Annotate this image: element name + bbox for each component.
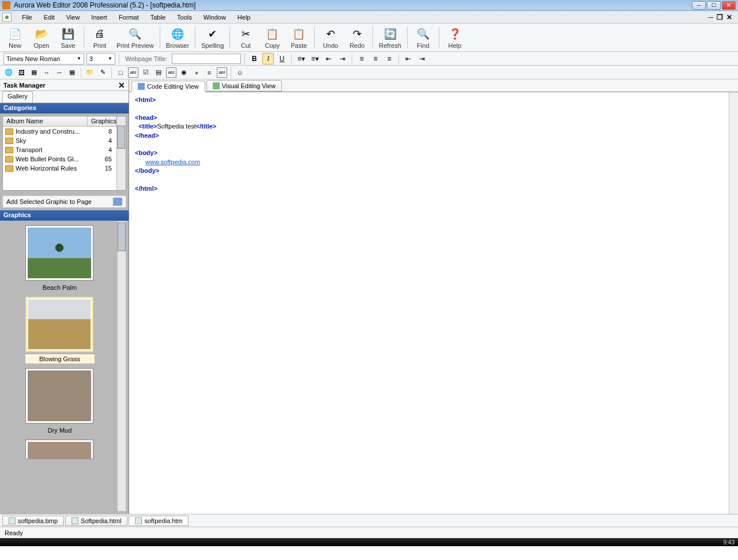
print-preview-icon: 🔍	[127, 27, 142, 41]
category-row[interactable]: Industry and Constru...8	[3, 127, 116, 136]
refresh-button[interactable]: 🔄Refresh	[376, 24, 404, 51]
minimize-button[interactable]: ─	[692, 1, 706, 10]
category-row[interactable]: Sky4	[3, 136, 116, 145]
graphic-item[interactable]: Beach Palm	[25, 225, 95, 292]
title-label: Webpage Title:	[125, 55, 167, 62]
col-graphics[interactable]: Graphics	[88, 116, 116, 126]
align-center-button[interactable]: ≡	[370, 53, 381, 65]
radio-icon[interactable]: ◉	[179, 67, 189, 78]
font-combo[interactable]: Times New Roman▼	[3, 53, 84, 65]
doc-tab[interactable]: softpedia.bmp	[2, 516, 64, 526]
copy-button[interactable]: 📋Copy	[259, 24, 285, 51]
menu-help[interactable]: Help	[232, 11, 257, 24]
align-right-button[interactable]: ≡	[383, 53, 395, 65]
format-bar: Times New Roman▼ 3▼ Webpage Title: B I U…	[0, 52, 738, 66]
smiley-icon[interactable]: ☺	[235, 67, 245, 78]
table-icon[interactable]: ▦	[29, 67, 39, 78]
graphic-item[interactable]	[25, 440, 95, 459]
square-icon[interactable]: □	[115, 67, 126, 78]
globe-icon[interactable]: 🌐	[3, 67, 14, 78]
find-button[interactable]: 🔍Find	[411, 24, 436, 51]
outdent-button[interactable]: ⇤	[323, 53, 334, 65]
paste-button[interactable]: 📋Paste	[286, 24, 311, 51]
grid-icon[interactable]: ▦	[67, 67, 77, 78]
mdi-restore[interactable]: ❐	[717, 13, 723, 21]
abl-icon[interactable]: abl	[128, 67, 138, 78]
bold-button[interactable]: B	[248, 53, 260, 65]
image-icon[interactable]: 🖼	[16, 67, 27, 78]
category-row[interactable]: Web Bullet Points Gl...65	[3, 154, 116, 164]
webpage-title-input[interactable]	[172, 54, 241, 64]
align-left-button[interactable]: ≡	[356, 53, 367, 65]
spelling-button[interactable]: ✔Spelling	[198, 24, 227, 51]
bullets-button[interactable]: ≡▾	[295, 53, 307, 65]
open-button[interactable]: 📂Open	[29, 24, 54, 51]
spelling-icon: ✔	[205, 27, 220, 41]
new-icon: 📄	[7, 27, 22, 41]
print-button[interactable]: 🖨Print	[87, 24, 112, 51]
menu-file[interactable]: File	[16, 11, 38, 24]
menu-format[interactable]: Format	[113, 11, 145, 24]
numbered-button[interactable]: ≡▾	[309, 53, 321, 65]
check-icon[interactable]: ☑	[141, 67, 151, 78]
col-album-name[interactable]: Album Name	[3, 116, 88, 126]
close-button[interactable]: ✕	[722, 1, 736, 10]
indent-button[interactable]: ⇥	[337, 53, 348, 65]
menu-insert[interactable]: Insert	[85, 11, 113, 24]
copy-icon: 📋	[265, 27, 280, 41]
graphics-scrollbar[interactable]	[117, 221, 126, 512]
menu-edit[interactable]: Edit	[38, 11, 61, 24]
gallery-tab[interactable]: Gallery	[2, 91, 33, 103]
edit-icon[interactable]: ✎	[97, 67, 108, 78]
menu-window[interactable]: Window	[198, 11, 232, 24]
browser-button[interactable]: 🌐Browser	[163, 24, 192, 51]
doc-tab[interactable]: softpedia.htm	[129, 516, 189, 526]
category-row[interactable]: Web Horizontal Rules15	[3, 164, 116, 173]
underline-button[interactable]: U	[276, 53, 288, 65]
add-graphic-button[interactable]: Add Selected Graphic to Page	[2, 195, 126, 208]
editor-tab[interactable]: Visual Editing View	[206, 80, 282, 92]
menu-view[interactable]: View	[61, 11, 86, 24]
editor-tab[interactable]: Code Editing View	[131, 81, 205, 92]
lines-icon[interactable]: ≡	[204, 67, 214, 78]
size-combo[interactable]: 3▼	[86, 53, 115, 65]
save-icon: 💾	[61, 27, 76, 41]
maximize-button[interactable]: ☐	[707, 1, 721, 10]
menu-table[interactable]: Table	[145, 11, 171, 24]
undo-button[interactable]: ↶Undo	[318, 24, 343, 51]
category-row[interactable]: Transport4	[3, 145, 116, 154]
list-icon[interactable]: ▤	[153, 67, 164, 78]
code-content[interactable]: <html> <head> <title>Softpedia test</tit…	[129, 92, 729, 514]
mdi-close[interactable]: ✕	[726, 13, 732, 21]
cut-icon: ✂	[238, 27, 253, 41]
italic-button[interactable]: I	[262, 53, 274, 65]
window-controls: ─ ☐ ✕	[692, 1, 736, 10]
decrease-indent-button[interactable]: ⇤	[402, 53, 414, 65]
task-manager-close[interactable]: ✕	[118, 81, 125, 90]
abl3-icon[interactable]: abl	[217, 67, 227, 78]
doc-icon	[71, 517, 78, 524]
record-icon[interactable]: ●	[191, 67, 202, 78]
categories-scrollbar[interactable]	[116, 116, 126, 190]
mdi-controls: ─ ❐ ✕	[708, 13, 736, 21]
cut-button[interactable]: ✂Cut	[233, 24, 258, 51]
link-icon[interactable]: ↔	[42, 67, 52, 78]
abl2-icon[interactable]: abl	[166, 67, 176, 78]
help-button[interactable]: ❓Help	[442, 24, 468, 51]
folder-icon[interactable]: 📁	[85, 67, 95, 78]
code-scrollbar[interactable]	[729, 92, 738, 514]
graphic-item[interactable]: Dry Mud	[25, 368, 95, 435]
menu-tools[interactable]: Tools	[171, 11, 198, 24]
print-icon: 🖨	[92, 27, 107, 41]
print-preview-button[interactable]: 🔍Print Preview	[114, 24, 157, 51]
increase-indent-button[interactable]: ⇥	[416, 53, 428, 65]
hr-icon[interactable]: ─	[54, 67, 65, 78]
new-button[interactable]: 📄New	[2, 24, 28, 51]
doc-tab[interactable]: Softpedia.html	[65, 516, 127, 526]
graphic-item[interactable]: Blowing Grass	[25, 297, 95, 364]
redo-button[interactable]: ↷Redo	[344, 24, 370, 51]
mdi-minimize[interactable]: ─	[708, 13, 713, 21]
save-button[interactable]: 💾Save	[55, 24, 81, 51]
sidebar: Task Manager ✕ Gallery Categories Album …	[0, 80, 129, 514]
folder-icon	[5, 138, 13, 144]
